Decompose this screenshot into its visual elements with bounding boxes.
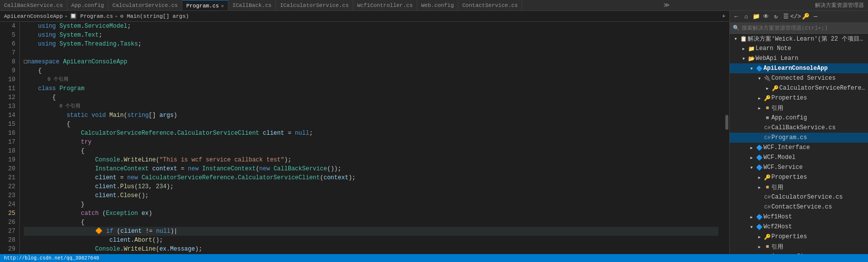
se-home-button[interactable]: ⌂: [742, 12, 751, 21]
code-line-14: CalculatorServiceReference.CalculatorSer…: [24, 129, 718, 138]
breadcrumb-file[interactable]: 🔲 Program.cs: [70, 13, 113, 19]
code-line-11: {: [24, 93, 718, 102]
tree-label-contactservice: ContactService.cs: [771, 204, 866, 210]
search-icon: 🔍: [733, 25, 740, 31]
tree-calculator-ref[interactable]: ▶ 🔑 CalculatorServiceReference: [730, 83, 868, 93]
tab-calculatorservice[interactable]: CalculatorService.cs: [108, 0, 182, 11]
tree-ref-wcfservice[interactable]: ▶ ■ 引用: [730, 182, 868, 192]
tab-bar: CallBackService.cs App.config Calculator…: [0, 0, 868, 11]
line-num-28: 28: [4, 236, 15, 245]
tree-webapi-learn[interactable]: ▼ 📂 WebApi Learn: [730, 53, 868, 63]
tree-arrow-wcfservice: ▼: [748, 163, 756, 171]
breadcrumb-method[interactable]: ⊙ Main(string[] args): [120, 13, 189, 19]
project-icon-apilearnapp: 🔷: [756, 64, 763, 72]
tab-label: ICallBack.cs: [232, 2, 271, 8]
code-line-8: □namespace ApiLearnConsoleApp: [24, 57, 718, 66]
tree-label-apilearnapp: ApiLearnConsoleApp: [763, 65, 866, 72]
code-line-26: client.Abort();: [24, 236, 718, 245]
breadcrumb-project[interactable]: ApiLearnConsoleApp: [4, 13, 63, 19]
tree-wcf1host[interactable]: ▶ 🔷 Wcf1Host: [730, 212, 868, 222]
code-line-17: Console.WriteLine("This is wcf service c…: [24, 156, 718, 164]
se-properties-button[interactable]: 🔑: [801, 12, 810, 21]
breadcrumb: ApiLearnConsoleApp ▸ 🔲 Program.cs ▸ ⊙ Ma…: [0, 11, 729, 22]
line-num-27: 27: [4, 227, 15, 236]
se-collapse-button[interactable]: 📁: [752, 12, 760, 21]
tab-callbackservice[interactable]: CallBackService.cs: [0, 0, 67, 11]
tab-contactservice[interactable]: ContactService.cs: [458, 0, 522, 11]
editor-scrollbar[interactable]: [722, 22, 729, 254]
config-icon-1: ■: [763, 114, 771, 122]
se-back-button[interactable]: ←: [732, 12, 741, 21]
line-num-12: 12: [4, 93, 15, 102]
tree-label-calcservice: CalculatorService.cs: [771, 194, 866, 201]
code-line-9: {: [24, 66, 718, 75]
tab-appconfig[interactable]: App.config: [67, 0, 108, 11]
tree-wcf2host[interactable]: ▼ 🔷 Wcf2Host: [730, 222, 868, 232]
line-num-9: 9: [4, 66, 15, 75]
tree-solution[interactable]: ▼ 📋 解决方案'Weick.Learn'(第 22 个项目, 共 22 个): [730, 34, 868, 44]
code-line-10: class Program: [24, 84, 718, 93]
line-num-13: 13: [4, 102, 15, 111]
code-line-ref1: 0 个引用: [24, 75, 718, 84]
tree-label-prop-wcfs: Properties: [771, 174, 866, 181]
project-icon-wcf1host: 🔷: [756, 213, 763, 221]
folder-icon-learn-note: 📁: [748, 45, 756, 52]
tree-ref-1[interactable]: ▶ ■ 引用: [730, 103, 868, 113]
tree-label-ref-wcfs: 引用: [771, 183, 866, 192]
tab-icallback[interactable]: ICallBack.cs: [228, 0, 276, 11]
tree-connected-services[interactable]: ▼ 🔌 Connected Services: [730, 73, 868, 83]
tree-wcf-model[interactable]: ▶ 🔷 WCF.Model: [730, 153, 868, 162]
tab-label: Wcf1Controller.cs: [357, 2, 413, 8]
tree-arrow-wcf2host: ▼: [748, 223, 756, 231]
se-minimize-button[interactable]: —: [811, 12, 820, 21]
ref-icon-wcf2h: ■: [763, 243, 771, 251]
tree-arrow-prop-wcf2h: ▶: [756, 233, 763, 241]
line-num-14: 14: [4, 111, 15, 120]
tab-label: ICalculatorService.cs: [280, 2, 349, 8]
tree-apilearnapp[interactable]: ▼ 🔷 ApiLearnConsoleApp: [730, 63, 868, 73]
line-num-4: 4: [4, 22, 15, 31]
add-icon[interactable]: +: [722, 13, 725, 19]
se-filter-button[interactable]: ☰: [781, 12, 790, 21]
tree-appconfig-1[interactable]: ▶ ■ App.config: [730, 113, 868, 123]
se-code-button[interactable]: </>: [791, 12, 800, 21]
tree-label-callback: CallBackService.cs: [771, 124, 866, 131]
scrollbar-thumb[interactable]: [725, 115, 728, 130]
tree-learn-note[interactable]: ▶ 📁 Learn Note: [730, 44, 868, 53]
tree-calculatorservice-cs[interactable]: ▶ C# CalculatorService.cs: [730, 192, 868, 202]
se-toolbar: ← ⌂ 📁 👁 ↻ ☰ </> 🔑 —: [730, 11, 868, 23]
line-num-7: 7: [4, 49, 15, 57]
tree-label-wcfinterface: WCF.Interface: [763, 144, 866, 151]
tab-icalculatorservice[interactable]: ICalculatorService.cs: [276, 0, 353, 11]
tree-arrow-wcfmodel: ▶: [748, 154, 756, 161]
project-icon-wcf2host: 🔷: [756, 223, 763, 231]
tree-properties-wcf2host[interactable]: ▶ 🔑 Properties: [730, 232, 868, 242]
tab-overflow-button[interactable]: ≫: [661, 0, 672, 10]
code-content[interactable]: using System.ServiceModel; using System.…: [20, 22, 722, 254]
search-input[interactable]: [742, 25, 865, 31]
code-line-19: client = new CalculatorServiceReference.…: [24, 173, 718, 182]
tree-label-appconfig1: App.config: [771, 114, 866, 121]
ref-icon-1: ■: [763, 104, 771, 112]
tab-webconfig[interactable]: Web.config: [417, 0, 458, 11]
tree-arrow-learn-note: ▶: [740, 45, 748, 52]
tree-properties-1[interactable]: ▶ 🔑 Properties: [730, 93, 868, 103]
tree-contactservice-cs[interactable]: ▶ C# ContactService.cs: [730, 202, 868, 212]
tree-ref-wcf2host[interactable]: ▶ ■ 引用: [730, 242, 868, 252]
tree-program-cs[interactable]: ▶ C# Program.cs: [730, 133, 868, 143]
se-show-all-button[interactable]: 👁: [761, 12, 770, 21]
tab-wcf1controller[interactable]: Wcf1Controller.cs: [353, 0, 417, 11]
properties-icon-wcf2h: 🔑: [763, 233, 771, 241]
tab-close-icon[interactable]: ✕: [221, 3, 224, 9]
se-search-bar[interactable]: 🔍: [730, 23, 868, 34]
code-line-15: try: [24, 138, 718, 147]
tree-properties-wcfservice[interactable]: ▶ 🔑 Properties: [730, 172, 868, 182]
tree-callbackservice[interactable]: ▶ C# CallBackService.cs: [730, 123, 868, 133]
se-refresh-button[interactable]: ↻: [771, 12, 780, 21]
tab-program[interactable]: Program.cs ✕: [182, 0, 228, 11]
tree-label-connected: Connected Services: [771, 75, 866, 82]
project-icon-wcfservice: 🔷: [756, 163, 763, 171]
tree-wcf-service[interactable]: ▼ 🔷 WCF.Service: [730, 162, 868, 172]
ref-icon-wcfs: ■: [763, 183, 771, 191]
tree-wcf-interface[interactable]: ▶ 🔷 WCF.Interface: [730, 143, 868, 153]
